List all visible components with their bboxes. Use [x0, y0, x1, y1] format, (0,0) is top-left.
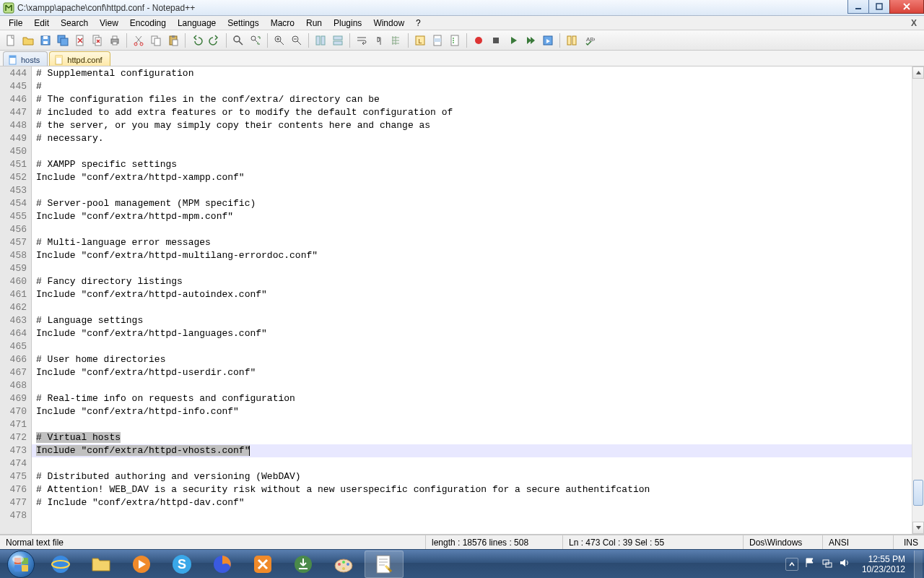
code-line[interactable]: [32, 509, 912, 522]
window-minimize-button[interactable]: [847, 0, 869, 14]
code-line[interactable]: Include "conf/extra/httpd-vhosts.conf": [32, 444, 912, 457]
code-line[interactable]: Include "conf/extra/httpd-multilang-erro…: [32, 249, 912, 262]
sync-hscroll-button[interactable]: [330, 33, 346, 48]
menu-language[interactable]: Language: [172, 17, 222, 30]
menu-search[interactable]: Search: [55, 17, 94, 30]
save-button[interactable]: [38, 33, 53, 48]
scroll-up-button[interactable]: [912, 66, 924, 79]
zoom-in-button[interactable]: [271, 33, 287, 48]
taskbar-skype[interactable]: S: [162, 551, 201, 578]
code-line[interactable]: # XAMPP specific settings: [32, 158, 912, 171]
code-line[interactable]: # Real-time info on requests and configu…: [32, 392, 912, 405]
word-wrap-button[interactable]: [354, 33, 370, 48]
macro-play-button[interactable]: [505, 33, 521, 48]
window-close-button[interactable]: [889, 0, 924, 14]
document-close-button[interactable]: X: [907, 18, 921, 28]
scrollbar-track[interactable]: [912, 79, 924, 522]
new-file-button[interactable]: [3, 33, 19, 48]
menu-macro[interactable]: Macro: [265, 17, 300, 30]
code-line[interactable]: Include "conf/extra/httpd-info.conf": [32, 405, 912, 418]
code-line[interactable]: [32, 379, 912, 392]
window-maximize-button[interactable]: [868, 0, 890, 14]
taskbar-idm[interactable]: [284, 551, 323, 578]
taskbar-notepadpp[interactable]: [365, 551, 404, 578]
code-line[interactable]: # the server, or you may simply copy the…: [32, 119, 912, 132]
redo-button[interactable]: [206, 33, 222, 48]
code-line[interactable]: # necessary.: [32, 132, 912, 145]
code-line[interactable]: Include "conf/extra/httpd-autoindex.conf…: [32, 288, 912, 301]
code-line[interactable]: [32, 418, 912, 431]
tray-flag-icon[interactable]: [804, 557, 816, 571]
menu-run[interactable]: Run: [300, 17, 328, 30]
code-line[interactable]: [32, 184, 912, 197]
function-list-button[interactable]: [447, 33, 463, 48]
tray-overflow-button[interactable]: [785, 558, 798, 571]
code-line[interactable]: #: [32, 80, 912, 93]
editor-area[interactable]: 4444454464474484494504514524534544554564…: [0, 66, 924, 535]
tray-volume-icon[interactable]: [839, 557, 850, 571]
code-content[interactable]: # Supplemental configuration## The confi…: [32, 66, 912, 534]
code-line[interactable]: # Fancy directory listings: [32, 275, 912, 288]
replace-button[interactable]: [248, 33, 263, 48]
macro-stop-button[interactable]: [488, 33, 504, 48]
show-desktop-button[interactable]: [914, 551, 923, 578]
spellcheck-button[interactable]: ABC: [581, 33, 597, 48]
menu-encoding[interactable]: Encoding: [124, 17, 172, 30]
menu-window[interactable]: Window: [367, 17, 410, 30]
close-file-button[interactable]: [72, 33, 88, 48]
menu-plugins[interactable]: Plugins: [328, 17, 367, 30]
code-line[interactable]: [32, 223, 912, 236]
menu-help[interactable]: ?: [410, 17, 427, 30]
scrollbar-thumb[interactable]: [913, 480, 923, 506]
code-line[interactable]: # The configuration files in the conf/ex…: [32, 93, 912, 106]
code-line[interactable]: # Virtual hosts: [32, 431, 912, 444]
taskbar-wmp[interactable]: [122, 551, 161, 578]
find-button[interactable]: [230, 33, 246, 48]
code-line[interactable]: # Multi-language error messages: [32, 236, 912, 249]
code-line[interactable]: # Attention! WEB_DAV is a security risk …: [32, 483, 912, 496]
taskbar-paint[interactable]: [324, 551, 363, 578]
code-line[interactable]: Include "conf/extra/httpd-xampp.conf": [32, 171, 912, 184]
code-line[interactable]: [32, 301, 912, 314]
menu-file[interactable]: File: [3, 17, 28, 30]
doc-map-button[interactable]: [430, 33, 445, 48]
taskbar-xampp[interactable]: [243, 551, 282, 578]
macro-record-button[interactable]: [471, 33, 487, 48]
code-line[interactable]: # Include "conf/extra/httpd-dav.conf": [32, 496, 912, 509]
open-file-button[interactable]: [20, 33, 36, 48]
print-button[interactable]: [107, 33, 123, 48]
start-button[interactable]: [1, 550, 40, 579]
copy-button[interactable]: [148, 33, 164, 48]
indent-guide-button[interactable]: [388, 33, 404, 48]
tab-hosts[interactable]: hosts: [3, 51, 48, 66]
code-line[interactable]: [32, 145, 912, 158]
code-line[interactable]: # Supplemental configuration: [32, 67, 912, 80]
code-line[interactable]: Include "conf/extra/httpd-mpm.conf": [32, 210, 912, 223]
tray-clock[interactable]: 12:55 PM 10/23/2012: [856, 554, 911, 574]
code-line[interactable]: Include "conf/extra/httpd-languages.conf…: [32, 327, 912, 340]
code-line[interactable]: # User home directories: [32, 353, 912, 366]
close-all-button[interactable]: [90, 33, 105, 48]
menu-edit[interactable]: Edit: [28, 17, 55, 30]
code-line[interactable]: [32, 457, 912, 470]
code-line[interactable]: # included to add extra features or to m…: [32, 106, 912, 119]
code-line[interactable]: # Server-pool management (MPM specific): [32, 197, 912, 210]
compare-button[interactable]: [564, 33, 580, 48]
undo-button[interactable]: [189, 33, 205, 48]
menu-settings[interactable]: Settings: [222, 17, 264, 30]
scroll-down-button[interactable]: [912, 522, 924, 534]
sync-vscroll-button[interactable]: [313, 33, 328, 48]
vertical-scrollbar[interactable]: [912, 66, 924, 534]
macro-save-button[interactable]: [540, 33, 556, 48]
taskbar-firefox[interactable]: [203, 551, 242, 578]
tray-network-icon[interactable]: [821, 557, 833, 571]
code-line[interactable]: # Language settings: [32, 314, 912, 327]
taskbar-ie[interactable]: [41, 551, 80, 578]
macro-play-multi-button[interactable]: [523, 33, 539, 48]
tab-httpd-conf[interactable]: httpd.conf: [49, 51, 110, 66]
code-line[interactable]: # Distributed authoring and versioning (…: [32, 470, 912, 483]
show-all-chars-button[interactable]: [371, 33, 387, 48]
menu-view[interactable]: View: [94, 17, 124, 30]
zoom-out-button[interactable]: [289, 33, 305, 48]
code-line[interactable]: [32, 340, 912, 353]
